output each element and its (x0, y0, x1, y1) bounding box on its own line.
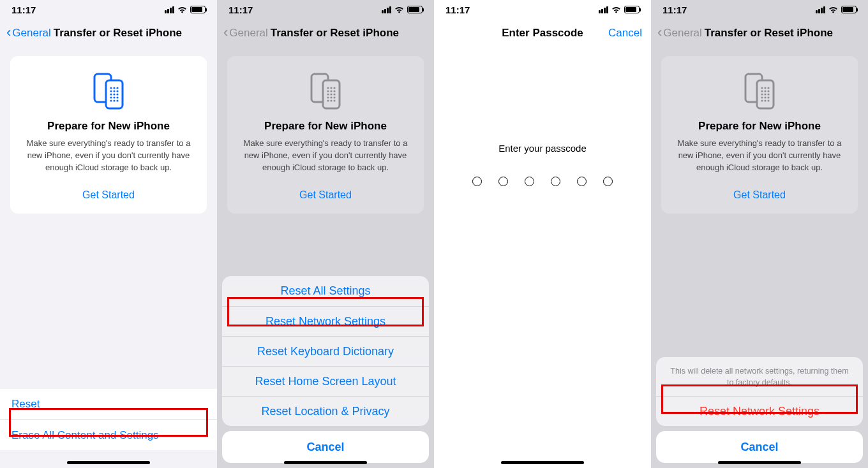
sheet-cancel[interactable]: Cancel (222, 431, 429, 463)
svg-point-20 (330, 87, 332, 89)
get-started-button[interactable]: Get Started (239, 189, 412, 201)
svg-point-28 (327, 96, 329, 98)
transfer-icon (239, 71, 412, 112)
svg-point-2 (110, 87, 112, 89)
svg-point-33 (333, 99, 335, 101)
passcode-dots (434, 177, 651, 186)
svg-point-48 (761, 99, 763, 101)
home-indicator (501, 461, 584, 464)
reset-all-settings[interactable]: Reset All Settings (222, 276, 429, 306)
svg-point-31 (327, 99, 329, 101)
back-button[interactable]: ‹ General (223, 27, 268, 40)
card-desc: Make sure everything's ready to transfer… (673, 138, 846, 174)
svg-point-42 (761, 93, 763, 95)
reset-location-privacy[interactable]: Reset Location & Privacy (222, 396, 429, 426)
screen-2: 11:17 ‹ General Transfer or Reset iPhone… (217, 0, 434, 468)
home-indicator (284, 461, 367, 464)
signal-icon (816, 6, 825, 13)
svg-point-22 (327, 90, 329, 92)
svg-point-11 (110, 96, 112, 98)
confirm-reset-network[interactable]: Reset Network Settings (656, 396, 863, 426)
passcode-dot (603, 177, 613, 186)
back-label: General (229, 27, 267, 40)
svg-point-5 (110, 90, 112, 92)
passcode-dot (551, 177, 560, 186)
screen-1: 11:17 ‹ General Transfer or Reset iPhone… (0, 0, 217, 468)
status-bar: 11:17 (651, 0, 868, 19)
confirm-sheet: This will delete all network settings, r… (656, 357, 863, 463)
page-title: Transfer or Reset iPhone (271, 27, 399, 40)
navbar: ‹ General Transfer or Reset iPhone (0, 19, 217, 47)
back-button[interactable]: ‹ General (6, 27, 51, 40)
svg-point-24 (333, 90, 335, 92)
svg-point-50 (767, 99, 769, 101)
clock: 11:17 (11, 4, 36, 15)
wifi-icon (394, 6, 405, 13)
prepare-card: Prepare for New iPhone Make sure everyth… (661, 56, 858, 214)
status-right (165, 6, 206, 13)
back-label: General (663, 27, 701, 40)
row-reset[interactable]: Reset (0, 389, 217, 420)
battery-icon (841, 6, 857, 13)
wifi-icon (611, 6, 622, 13)
status-right (382, 6, 423, 13)
status-bar: 11:17 (0, 0, 217, 19)
prepare-card: Prepare for New iPhone Make sure everyth… (10, 56, 207, 214)
transfer-icon (673, 71, 846, 112)
card-title: Prepare for New iPhone (22, 120, 195, 133)
svg-point-36 (761, 87, 763, 89)
sheet-description: This will delete all network settings, r… (656, 357, 863, 396)
svg-point-45 (761, 96, 763, 98)
status-bar: 11:17 (434, 0, 651, 19)
navbar: ‹ General Transfer or Reset iPhone (217, 19, 434, 47)
passcode-dot (498, 177, 508, 186)
screen-3: 11:17 Enter Passcode Cancel Enter your p… (434, 0, 651, 468)
card-desc: Make sure everything's ready to transfer… (22, 138, 195, 174)
svg-point-14 (110, 99, 112, 101)
sheet-cancel[interactable]: Cancel (656, 431, 863, 463)
wifi-icon (828, 6, 839, 13)
svg-point-6 (113, 90, 115, 92)
back-label: General (12, 27, 50, 40)
get-started-button[interactable]: Get Started (22, 189, 195, 201)
svg-point-8 (110, 93, 112, 95)
reset-keyboard-dictionary[interactable]: Reset Keyboard Dictionary (222, 336, 429, 366)
chevron-left-icon: ‹ (223, 26, 228, 40)
svg-point-15 (113, 99, 115, 101)
svg-point-4 (116, 87, 118, 89)
clock: 11:17 (445, 4, 470, 15)
sheet-confirm-group: This will delete all network settings, r… (656, 357, 863, 426)
svg-point-43 (764, 93, 766, 95)
signal-icon (599, 6, 608, 13)
reset-action-sheet: Reset All Settings Reset Network Setting… (222, 276, 429, 463)
battery-icon (407, 6, 423, 13)
svg-point-25 (327, 93, 329, 95)
svg-point-39 (761, 90, 763, 92)
signal-icon (165, 6, 174, 13)
battery-icon (624, 6, 640, 13)
reset-network-settings[interactable]: Reset Network Settings (222, 306, 429, 336)
wifi-icon (177, 6, 188, 13)
back-button[interactable]: ‹ General (657, 27, 702, 40)
get-started-button[interactable]: Get Started (673, 189, 846, 201)
clock: 11:17 (662, 4, 687, 15)
svg-point-46 (764, 96, 766, 98)
svg-point-30 (333, 96, 335, 98)
svg-point-47 (767, 96, 769, 98)
svg-point-3 (113, 87, 115, 89)
chevron-left-icon: ‹ (6, 26, 11, 40)
home-indicator (718, 461, 801, 464)
screen-4: 11:17 ‹ General Transfer or Reset iPhone… (651, 0, 868, 468)
passcode-prompt: Enter your passcode (434, 143, 651, 154)
navbar: ‹ General Transfer or Reset iPhone (651, 19, 868, 47)
reset-home-screen-layout[interactable]: Reset Home Screen Layout (222, 366, 429, 396)
svg-point-40 (764, 90, 766, 92)
svg-point-29 (330, 96, 332, 98)
page-title: Transfer or Reset iPhone (54, 27, 182, 40)
signal-icon (382, 6, 391, 13)
cancel-button[interactable]: Cancel (608, 27, 642, 40)
status-right (599, 6, 640, 13)
row-erase[interactable]: Erase All Content and Settings (0, 420, 217, 450)
svg-point-26 (330, 93, 332, 95)
svg-point-44 (767, 93, 769, 95)
